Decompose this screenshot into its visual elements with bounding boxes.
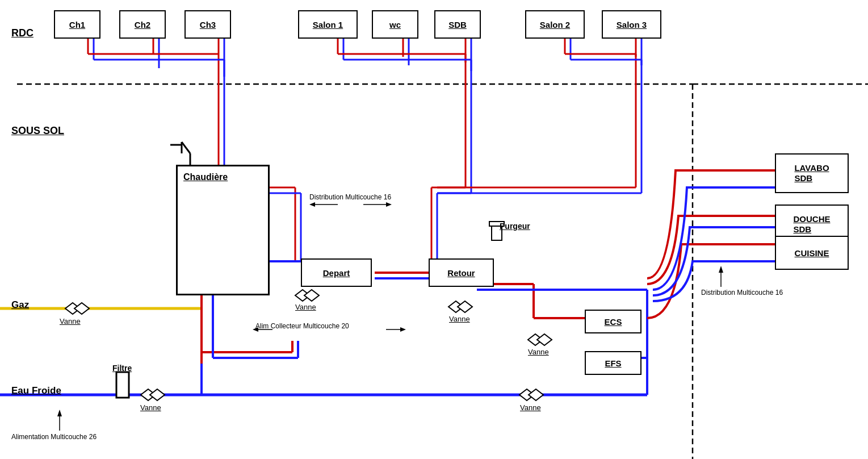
room-ch3: Ch3 <box>184 10 231 39</box>
svg-marker-80 <box>537 334 552 345</box>
depart-box: Depart <box>301 258 372 287</box>
diagram: Ch1 Ch2 Ch3 Salon 1 wc SDB Salon 2 Salon… <box>0 0 868 459</box>
svg-marker-91 <box>386 202 392 207</box>
sous-sol-label: SOUS SOL <box>11 125 64 137</box>
rdc-label: RDC <box>11 27 33 39</box>
distribution-16-right: Distribution Multicouche 16 <box>701 289 783 297</box>
vanne-filtre: Vanne <box>140 403 161 412</box>
svg-marker-74 <box>74 303 89 314</box>
efs-box: EFS <box>585 351 641 375</box>
svg-line-101 <box>182 142 190 153</box>
vanne-gaz: Vanne <box>60 317 81 326</box>
boiler-label: Chaudière <box>183 172 228 182</box>
room-sdb: SDB <box>434 10 481 39</box>
room-salon2: Salon 2 <box>525 10 585 39</box>
svg-marker-76 <box>304 290 319 301</box>
room-salon1: Salon 1 <box>298 10 358 39</box>
boiler-box: Chaudière <box>176 165 270 295</box>
svg-rect-87 <box>116 372 129 398</box>
distribution-16-mid: Distribution Multicouche 16 <box>309 193 391 201</box>
ecs-box: ECS <box>585 310 641 333</box>
alim-collecteur-20: Alim Collecteur Multicouche 20 <box>255 322 349 330</box>
svg-marker-99 <box>57 410 62 416</box>
svg-marker-97 <box>719 266 723 273</box>
vanne-ecs: Vanne <box>528 348 549 356</box>
vanne-depart: Vanne <box>295 303 316 311</box>
purgeur-label: Purgeur <box>500 222 530 231</box>
svg-marker-84 <box>529 389 543 400</box>
cuisine-box: CUISINE <box>775 236 849 270</box>
vanne-retour: Vanne <box>449 315 470 323</box>
svg-marker-95 <box>400 327 406 332</box>
retour-box: Retour <box>429 258 494 287</box>
gaz-label: Gaz <box>11 299 29 311</box>
lavabo-sdb-box: LAVABOSDB <box>775 153 849 193</box>
svg-marker-82 <box>150 389 165 400</box>
svg-marker-78 <box>458 301 472 312</box>
vanne-efs: Vanne <box>520 403 541 412</box>
room-ch1: Ch1 <box>54 10 100 39</box>
svg-marker-89 <box>309 202 315 207</box>
filtre-label: Filtre <box>112 364 132 373</box>
room-wc: wc <box>372 10 418 39</box>
room-salon3: Salon 3 <box>602 10 661 39</box>
room-ch2: Ch2 <box>119 10 166 39</box>
alimentation-26: Alimentation Multicouche 26 <box>11 433 97 441</box>
eau-froide-label: Eau Froide <box>11 385 61 397</box>
